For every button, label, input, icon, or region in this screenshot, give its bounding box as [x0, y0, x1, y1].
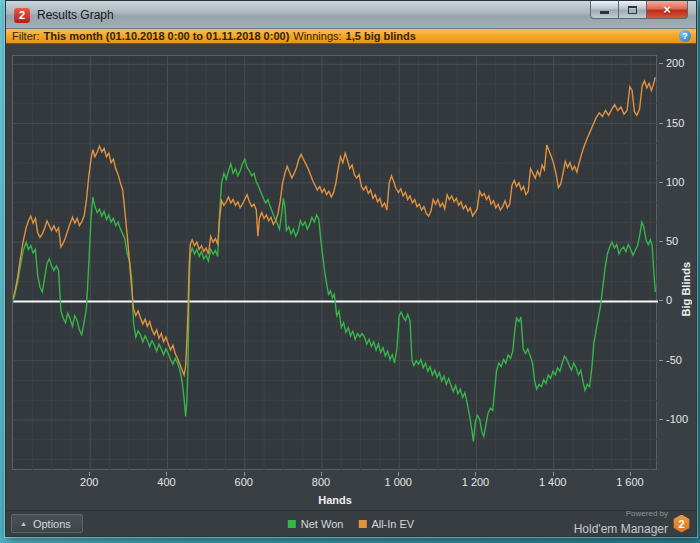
filter-value: This month (01.10.2018 0:00 to 01.11.201…: [44, 30, 290, 42]
minimize-icon: [600, 11, 609, 14]
maximize-button[interactable]: [619, 1, 646, 19]
x-tick-label: 200: [80, 476, 98, 488]
x-tick-mark: [244, 472, 245, 476]
y-tick-label: 50: [666, 235, 678, 247]
chevron-up-icon: ▲: [20, 520, 27, 527]
caption-buttons: ×: [590, 1, 688, 19]
y-tick-mark: [659, 182, 663, 183]
y-tick-mark: [659, 300, 663, 301]
plot-area: [12, 55, 657, 470]
x-axis-title: Hands: [318, 494, 352, 506]
winnings-label: Winnings:: [293, 30, 341, 42]
help-icon[interactable]: ?: [679, 30, 691, 42]
net-won-swatch-icon: [288, 520, 296, 528]
y-tick-mark: [659, 360, 663, 361]
x-tick-label: 800: [312, 476, 330, 488]
x-tick-mark: [166, 472, 167, 476]
y-tick-label: 200: [666, 57, 684, 69]
x-tick-label: 1 400: [539, 476, 567, 488]
filter-bar: Filter: This month (01.10.2018 0:00 to 0…: [6, 29, 696, 44]
legend-item-all-in-ev: All-In EV: [358, 518, 414, 530]
close-button[interactable]: ×: [646, 1, 688, 19]
all-in-ev-swatch-icon: [358, 520, 366, 528]
plot-svg: [13, 56, 658, 471]
title-bar: 2 Results Graph ×: [6, 1, 696, 29]
powered-by: Powered by Hold'em Manager 2: [574, 510, 690, 536]
x-tick-mark: [475, 472, 476, 476]
window-title: Results Graph: [37, 8, 114, 22]
y-tick-mark: [659, 419, 663, 420]
x-tick-label: 1 600: [616, 476, 644, 488]
x-tick-label: 400: [157, 476, 175, 488]
powered-by-label: Powered by: [574, 510, 668, 519]
x-tick-label: 600: [235, 476, 253, 488]
close-icon: ×: [663, 3, 671, 16]
minimize-button[interactable]: [590, 1, 619, 19]
x-tick-label: 1 000: [384, 476, 412, 488]
all-in-ev-label: All-In EV: [371, 518, 414, 530]
results-graph-window: 2 Results Graph × Filter: This month (01…: [5, 0, 697, 537]
x-tick-mark: [89, 472, 90, 476]
y-tick-mark: [659, 241, 663, 242]
options-button[interactable]: ▲ Options: [11, 514, 83, 533]
y-tick-label: 100: [666, 176, 684, 188]
y-axis-title: Big Blinds: [680, 262, 692, 316]
x-tick-mark: [630, 472, 631, 476]
winnings-value: 1,5 big blinds: [346, 30, 416, 42]
y-tick-label: -50: [666, 354, 682, 366]
maximize-icon: [628, 6, 637, 14]
holdem-manager-label: Hold'em Manager: [574, 522, 668, 536]
y-tick-mark: [659, 123, 663, 124]
x-tick-mark: [553, 472, 554, 476]
options-button-label: Options: [33, 518, 71, 530]
y-tick-label: -100: [666, 413, 688, 425]
app-icon: 2: [14, 7, 30, 23]
hm2-badge-icon: 2: [673, 515, 690, 533]
y-tick-label: 150: [666, 117, 684, 129]
y-tick-mark: [659, 63, 663, 64]
x-tick-label: 1 200: [462, 476, 490, 488]
legend: Net Won All-In EV: [288, 518, 414, 530]
filter-label: Filter:: [12, 30, 40, 42]
y-tick-label: 0: [666, 294, 672, 306]
bottom-bar: ▲ Options Net Won All-In EV Powered by H…: [6, 510, 696, 536]
net-won-label: Net Won: [301, 518, 344, 530]
x-tick-mark: [398, 472, 399, 476]
x-tick-mark: [321, 472, 322, 476]
chart-area: 2004006008001 0001 2001 4001 600 2001501…: [6, 44, 696, 536]
legend-item-net-won: Net Won: [288, 518, 344, 530]
